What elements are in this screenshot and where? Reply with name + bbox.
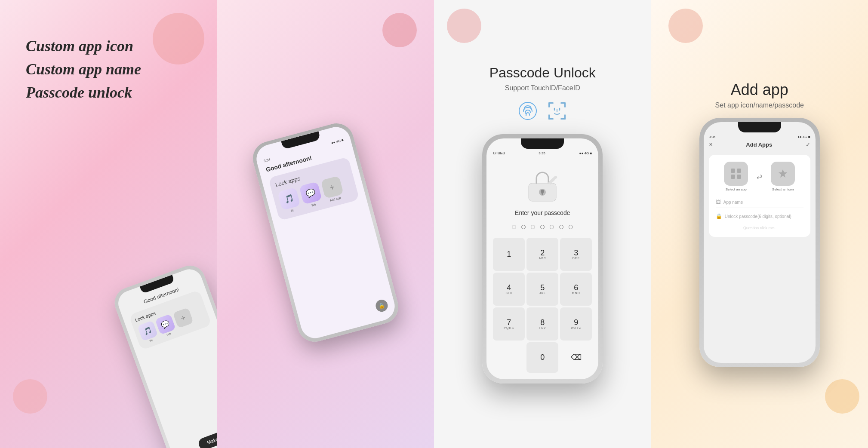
p2-add-icon: + [320,176,344,199]
p4-deco-circle-top [668,9,703,43]
p4-question-text[interactable]: Question click me↓ [716,226,803,230]
deco-circle-bottom-left [13,379,47,414]
panel-2: 3:34 ●● 4G ■ Good afternoon! Lock apps 🎵… [217,0,434,448]
p3-key-8[interactable]: 8 TUV [526,307,558,341]
svg-rect-16 [731,169,735,173]
p3-dot-2 [521,225,526,229]
p3-key-7[interactable]: 7 PQRS [493,307,525,341]
p4-swap-icon: ⇄ [757,172,762,181]
panel-1: Custom app icon Custom app name Passcode… [0,0,217,448]
p3-dot-3 [531,225,535,229]
p4-app-name-row: 🖼 App name [716,196,803,208]
p3-notch [521,138,564,149]
panel-2-phone: 3:34 ●● 4G ■ Good afternoon! Lock apps 🎵… [249,120,402,346]
p4-nav-bar: ✕ Add Apps ✓ [709,141,810,148]
p3-title: Passcode Unlock [489,65,596,81]
p3-enter-text: Enter your passcode [493,209,592,216]
p4-phone: 3:36 ●● 4G ■ ✕ Add Apps ✓ [699,118,820,367]
p2-deco-circle [382,13,417,47]
p4-select-app-box[interactable]: Select an app [724,162,748,191]
p3-dot-7 [569,225,573,229]
p4-appname-icon: 🖼 [716,199,721,205]
svg-rect-19 [737,175,741,179]
p3-key-9[interactable]: 9 WXYZ [560,307,592,341]
p3-key-6[interactable]: 6 MNO [560,273,592,306]
p4-select-app-label: Select an app [726,187,747,191]
p3-passcode-dots [493,225,592,229]
p4-passcode-input[interactable]: Unlock passcode(6 digits, optional) [725,214,791,219]
p3-key-0[interactable]: 0 [526,342,558,372]
p2-signal: ●● 4G ■ [331,138,344,145]
p4-cancel-button[interactable]: ✕ [709,142,713,147]
svg-rect-8 [564,114,566,120]
p3-deco-circle [447,9,481,43]
p3-dot-4 [540,225,545,229]
feature-line-3: Passcode unlock [26,81,141,104]
feature-line-1: Custom app icon [26,34,141,58]
p4-time: 3:36 [709,135,716,139]
svg-rect-15 [542,191,543,195]
fingerprint-icon [517,101,538,121]
p1-make-button[interactable]: Make [197,430,217,448]
p3-key-1[interactable]: 1 [493,238,525,271]
p4-signal: ●● 4G ■ [797,135,810,139]
svg-rect-7 [548,114,550,120]
p2-music-label: Tk [290,209,294,213]
p3-subtitle: Support TouchID/FaceID [489,84,596,92]
p3-key-4[interactable]: 4 GHI [493,273,525,306]
p3-key-2[interactable]: 2 ABC [526,238,558,271]
svg-point-0 [519,102,536,120]
p4-title: Add app [715,81,804,99]
svg-marker-20 [779,169,787,178]
p1-lock-section: Lock apps 🎵 Tk 💬 Wb + [129,290,212,350]
p4-icon-row: Select an app ⇄ Select an icon [716,162,803,191]
svg-rect-5 [548,102,550,107]
p2-chat-label: Wb [311,203,316,207]
panel-1-phone: Good afternoon! Lock apps 🎵 Tk 💬 Wb [110,261,217,448]
p3-dot-1 [512,225,516,229]
feature-line-2: Custom app name [26,58,141,81]
p4-select-icon-label: Select an icon [772,187,794,191]
p4-app-icon-placeholder [724,162,748,186]
p4-passcode-row: 🔒 Unlock passcode(6 digits, optional) [716,211,803,222]
panel-1-text-block: Custom app icon Custom app name Passcode… [26,34,141,104]
p2-chat-icon: 💬 [299,181,322,205]
p2-music-icon: 🎵 [277,187,301,210]
svg-rect-18 [731,175,735,179]
p3-lock-icon-area [493,168,592,203]
svg-rect-6 [564,102,566,107]
deco-circle-top-right [153,13,204,64]
p3-phone: Untitled 3:35 ●● 4G ■ [482,134,603,384]
p3-signal: ●● 4G ■ [579,151,592,155]
p3-key-3[interactable]: 3 DEF [560,238,592,271]
p3-key-delete[interactable]: ⌫ [560,342,592,372]
p3-time: 3:35 [539,151,545,155]
p3-untitled: Untitled [493,151,505,155]
p4-add-card: Select an app ⇄ Select an icon [709,155,810,237]
p4-notch [738,122,781,132]
p3-numpad: 1 2 ABC 3 DEF 4 GHI [493,238,592,373]
p4-confirm-button[interactable]: ✓ [806,141,810,148]
p3-header: Passcode Unlock Support TouchID/FaceID [489,65,596,121]
p4-deco-circle-bottom [825,379,859,414]
p4-icon-placeholder [771,162,795,186]
p4-passcode-icon: 🔒 [716,213,722,219]
p3-dot-6 [559,225,563,229]
svg-rect-17 [737,169,741,173]
p3-key-5[interactable]: 5 JKL [526,273,558,306]
panel-3: Passcode Unlock Support TouchID/FaceID [434,0,651,448]
p2-time: 3:34 [263,158,271,163]
p4-select-icon-box[interactable]: Select an icon [771,162,795,191]
p4-subtitle: Set app icon/name/passcode [715,101,804,109]
panel-4: Add app Set app icon/name/passcode 3:36 … [651,0,868,448]
p1-app-add: + [172,307,194,328]
p2-lock-button: 🔒 [374,298,389,313]
lock-keyhole-icon [525,168,560,203]
p3-key-empty [493,342,525,372]
p4-nav-title: Add Apps [746,141,772,148]
p3-dot-5 [550,225,554,229]
faceid-icon [547,101,567,121]
p4-app-name-input[interactable]: App name [723,200,743,205]
p4-header: Add app Set app icon/name/passcode [715,81,804,109]
p1-apps-icon: ⊞ [179,446,188,448]
